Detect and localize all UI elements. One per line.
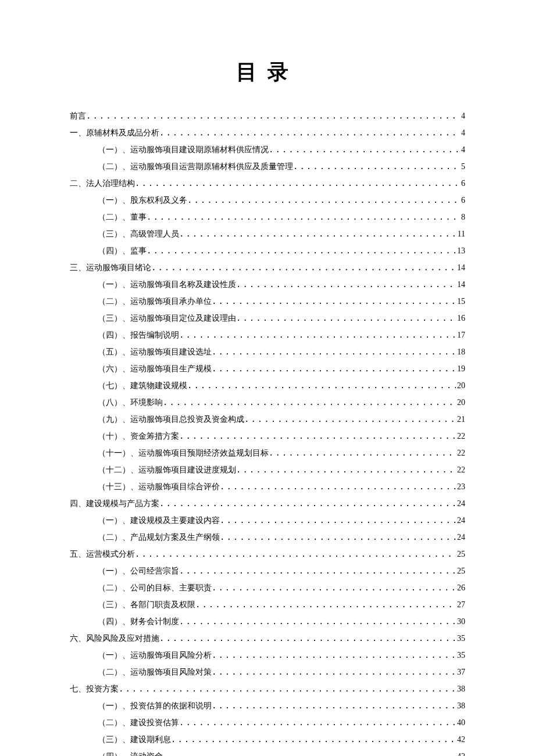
toc-entry: 七、投资方案..................................… bbox=[70, 680, 465, 697]
toc-entry: （一）、运动服饰项目建设期原辅材料供应情况...................… bbox=[70, 141, 465, 158]
toc-entry-page: 20 bbox=[456, 395, 465, 411]
page-title: 目录 bbox=[70, 58, 465, 87]
toc-leader-dots: ........................................… bbox=[171, 731, 456, 747]
table-of-contents: 前言......................................… bbox=[70, 108, 465, 756]
toc-entry: （二）、公司的目标、主要职责..........................… bbox=[70, 579, 465, 596]
toc-entry-label: 七、投资方案 bbox=[70, 681, 119, 697]
toc-entry-page: 40 bbox=[456, 715, 465, 731]
toc-entry: （一）、公司经营宗旨..............................… bbox=[70, 562, 465, 579]
toc-leader-dots: ........................................… bbox=[151, 259, 456, 275]
toc-entry-page: 6 bbox=[460, 175, 465, 192]
toc-leader-dots: ........................................… bbox=[163, 748, 456, 756]
toc-entry-page: 20 bbox=[456, 378, 465, 394]
toc-entry: （二）、运动服饰项目运营期原辅材料供应及质量管理................… bbox=[70, 158, 465, 175]
toc-leader-dots: ........................................… bbox=[179, 225, 456, 242]
toc-entry-page: 24 bbox=[456, 513, 465, 529]
toc-entry-page: 6 bbox=[460, 192, 465, 209]
toc-entry-page: 13 bbox=[456, 243, 465, 259]
toc-leader-dots: ........................................… bbox=[212, 697, 456, 714]
toc-entry: （二）、建设投资估算..............................… bbox=[70, 714, 465, 731]
toc-entry-label: （十）、资金筹措方案 bbox=[98, 428, 179, 445]
toc-entry: （一）、股东权利及义务.............................… bbox=[70, 192, 465, 209]
toc-leader-dots: ........................................… bbox=[163, 394, 456, 410]
toc-entry-page: 27 bbox=[456, 597, 465, 613]
toc-entry-page: 18 bbox=[456, 344, 465, 360]
toc-entry-label: （二）、运动服饰项目运营期原辅材料供应及质量管理 bbox=[98, 159, 293, 175]
toc-leader-dots: ........................................… bbox=[212, 579, 456, 596]
toc-entry: （三）、运动服饰项目定位及建设理由.......................… bbox=[70, 310, 465, 327]
toc-leader-dots: ........................................… bbox=[212, 664, 456, 680]
toc-entry-page: 35 bbox=[456, 630, 465, 647]
toc-entry-label: （二）、董事 bbox=[98, 209, 147, 225]
toc-entry-page: 24 bbox=[456, 529, 465, 546]
toc-entry-label: （三）、运动服饰项目定位及建设理由 bbox=[98, 310, 236, 327]
toc-entry-page: 42 bbox=[456, 748, 465, 756]
toc-entry-label: （九）、运动服饰项目总投资及资金构成 bbox=[98, 411, 244, 428]
toc-leader-dots: ........................................… bbox=[236, 276, 456, 292]
toc-entry-page: 14 bbox=[456, 277, 465, 293]
toc-leader-dots: ........................................… bbox=[119, 680, 456, 697]
toc-entry-label: （八）、环境影响 bbox=[98, 395, 163, 411]
toc-entry: （四）、流动资金................................… bbox=[70, 748, 465, 756]
toc-entry-label: （一）、运动服饰项目建设期原辅材料供应情况 bbox=[98, 142, 269, 158]
toc-entry: （八）、环境影响................................… bbox=[70, 394, 465, 411]
toc-leader-dots: ........................................… bbox=[179, 714, 456, 730]
toc-entry-label: 四、建设规模与产品方案 bbox=[70, 496, 159, 512]
toc-leader-dots: ........................................… bbox=[159, 630, 456, 646]
toc-entry: （三）、建设期利息...............................… bbox=[70, 731, 465, 748]
toc-entry-label: （三）、各部门职责及权限 bbox=[98, 597, 195, 613]
toc-leader-dots: ........................................… bbox=[195, 596, 456, 612]
toc-entry: （十）、资金筹措方案..............................… bbox=[70, 428, 465, 445]
toc-leader-dots: ........................................… bbox=[212, 343, 456, 360]
toc-entry: 三、运动服饰项目绪论..............................… bbox=[70, 259, 465, 276]
toc-entry-label: （四）、监事 bbox=[98, 243, 147, 259]
toc-entry-page: 4 bbox=[460, 142, 465, 158]
toc-entry: 前言......................................… bbox=[70, 108, 465, 124]
toc-entry-page: 8 bbox=[460, 209, 465, 225]
toc-entry-label: （三）、高级管理人员 bbox=[98, 226, 179, 242]
toc-entry-page: 26 bbox=[456, 580, 465, 596]
toc-leader-dots: ........................................… bbox=[220, 529, 456, 545]
toc-entry: （十二）、运动服饰项目建设进度规划.......................… bbox=[70, 461, 465, 478]
toc-entry: （四）、监事..................................… bbox=[70, 242, 465, 259]
toc-entry-label: 六、风险风险及应对措施 bbox=[70, 630, 159, 647]
toc-leader-dots: ........................................… bbox=[212, 647, 456, 663]
toc-entry-label: 一、原辅材料及成品分析 bbox=[70, 125, 159, 141]
toc-entry-page: 11 bbox=[456, 226, 465, 242]
toc-entry-label: （十三）、运动服饰项目综合评价 bbox=[98, 479, 220, 495]
toc-entry: （七）、建筑物建设规模.............................… bbox=[70, 377, 465, 394]
toc-leader-dots: ........................................… bbox=[187, 377, 456, 393]
toc-leader-dots: ........................................… bbox=[236, 310, 456, 326]
toc-entry-page: 42 bbox=[456, 732, 465, 748]
toc-entry: 五、运营模式分析................................… bbox=[70, 546, 465, 562]
toc-entry-label: （七）、建筑物建设规模 bbox=[98, 378, 187, 394]
toc-entry-page: 5 bbox=[460, 159, 465, 175]
toc-entry: （二）、产品规划方案及生产纲领.........................… bbox=[70, 529, 465, 546]
toc-entry-label: （三）、建设期利息 bbox=[98, 732, 171, 748]
toc-leader-dots: ........................................… bbox=[179, 613, 456, 629]
toc-entry-page: 15 bbox=[456, 293, 465, 310]
toc-leader-dots: ........................................… bbox=[187, 192, 460, 208]
toc-leader-dots: ........................................… bbox=[179, 428, 456, 444]
toc-entry-label: （十一）、运动服饰项目预期经济效益规划目标 bbox=[98, 445, 269, 461]
toc-entry-label: （二）、运动服饰项目风险对策 bbox=[98, 664, 212, 680]
toc-entry-page: 22 bbox=[456, 445, 465, 461]
toc-entry: 四、建设规模与产品方案.............................… bbox=[70, 495, 465, 512]
toc-entry: （六）、运动服饰项目生产规模..........................… bbox=[70, 360, 465, 377]
toc-leader-dots: ........................................… bbox=[147, 242, 456, 259]
toc-entry-label: （二）、建设投资估算 bbox=[98, 715, 179, 731]
toc-leader-dots: ........................................… bbox=[179, 562, 456, 579]
toc-entry: （二）、运动服饰项目承办单位..........................… bbox=[70, 293, 465, 310]
toc-entry: （四）、财务会计制度..............................… bbox=[70, 613, 465, 630]
toc-entry-page: 37 bbox=[456, 664, 465, 680]
toc-entry: （一）、建设规模及主要建设内容.........................… bbox=[70, 512, 465, 529]
toc-entry-label: （四）、流动资金 bbox=[98, 748, 163, 756]
toc-leader-dots: ........................................… bbox=[220, 478, 456, 495]
toc-entry-label: （十二）、运动服饰项目建设进度规划 bbox=[98, 462, 236, 478]
toc-entry-page: 25 bbox=[456, 546, 465, 562]
toc-entry-page: 38 bbox=[456, 681, 465, 697]
toc-entry: （十一）、运动服饰项目预期经济效益规划目标...................… bbox=[70, 445, 465, 461]
toc-entry-page: 17 bbox=[456, 327, 465, 343]
toc-entry-label: （二）、公司的目标、主要职责 bbox=[98, 580, 212, 596]
toc-entry-page: 4 bbox=[460, 108, 465, 124]
